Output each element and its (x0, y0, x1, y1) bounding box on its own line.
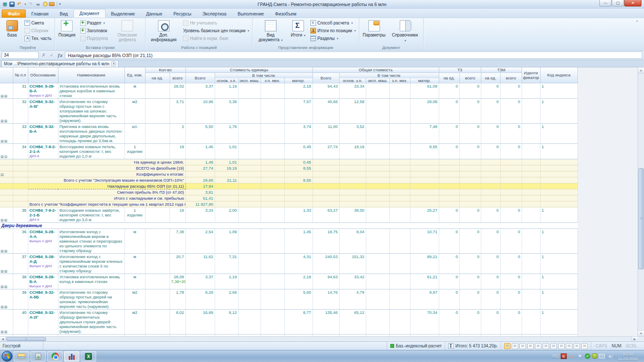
cell[interactable] (459, 165, 481, 171)
cell[interactable]: 3,37 (185, 274, 215, 289)
cell[interactable]: Установка изготовленных вновь дверных ко… (58, 83, 125, 98)
cell[interactable] (313, 201, 339, 207)
cell[interactable]: 2,00 (215, 207, 238, 222)
scroll-down-icon[interactable]: ▼ (638, 330, 644, 336)
cell[interactable]: 8,55 (284, 165, 313, 171)
cell[interactable]: ССН84_5-28-А-ДВыпуск V ДИЗ (28, 253, 58, 274)
cell[interactable]: 89,21 (410, 253, 439, 274)
cell[interactable] (313, 189, 339, 195)
cell[interactable] (238, 274, 261, 289)
cell[interactable]: 40,66 (313, 98, 339, 123)
cell[interactable]: 33,34 (339, 83, 366, 98)
cell[interactable] (366, 171, 389, 177)
cell[interactable] (261, 289, 284, 309)
cell[interactable]: 16,89 (185, 309, 215, 334)
cell[interactable] (313, 171, 339, 177)
goto-base-button[interactable]: База (2, 18, 22, 38)
close-button[interactable]: ✕ (624, 0, 641, 6)
view-mode-icon[interactable] (550, 343, 557, 349)
cell[interactable]: ⊞⊞ (0, 98, 13, 123)
cell[interactable] (145, 207, 170, 222)
cell[interactable] (261, 309, 284, 334)
cell[interactable] (366, 274, 389, 289)
cell[interactable]: 0 (500, 228, 522, 253)
parameters-button[interactable]: Параметры (361, 18, 388, 38)
chrome-taskbar-button[interactable] (47, 351, 63, 362)
cell[interactable] (284, 189, 313, 195)
cell[interactable]: 51,41 (185, 195, 215, 201)
cell[interactable] (366, 177, 389, 183)
cell[interactable]: ⊟ (0, 171, 13, 177)
cell[interactable] (261, 143, 284, 159)
cell[interactable] (410, 201, 439, 207)
cell[interactable] (145, 123, 170, 143)
cell[interactable]: 63,27 (313, 207, 339, 222)
collapse-ribbon-icon[interactable]: ^ (634, 19, 641, 25)
cell[interactable]: На единицу в ценах 1984г. (28, 159, 185, 165)
cell[interactable] (261, 201, 284, 207)
cell[interactable] (215, 195, 238, 201)
cell[interactable]: 1 (540, 289, 577, 309)
cell[interactable] (522, 165, 540, 171)
cell[interactable]: 32 (13, 98, 28, 123)
tab-view[interactable]: Вид (54, 10, 73, 18)
cell[interactable]: м2 (125, 98, 145, 123)
cell[interactable]: 3,71 (170, 98, 185, 123)
cell[interactable]: ССН84_5-32-А-5Б (28, 289, 58, 309)
cell[interactable]: ССН84_5-32-Б-А (28, 123, 58, 143)
cell[interactable]: м (125, 274, 145, 289)
cell[interactable]: 0 (439, 143, 459, 159)
cell[interactable] (389, 201, 410, 207)
cell[interactable] (339, 177, 366, 183)
cell[interactable]: 0 (439, 289, 459, 309)
view-mode-icon[interactable] (543, 343, 549, 349)
cell[interactable] (261, 253, 284, 274)
cell[interactable]: 0 (439, 123, 459, 143)
cell[interactable]: 0 (481, 83, 500, 98)
cell[interactable] (522, 201, 540, 207)
volume-icon[interactable]: ◄) (607, 353, 613, 359)
cell[interactable]: 0 (500, 143, 522, 159)
cell[interactable] (366, 143, 389, 159)
cell[interactable] (389, 123, 410, 143)
cell[interactable] (389, 195, 410, 201)
cell[interactable]: 0 (439, 98, 459, 123)
function-icon[interactable]: ƒx (57, 53, 63, 58)
cell[interactable]: 0 (439, 228, 459, 253)
cell[interactable] (339, 189, 366, 195)
cell[interactable]: 17,94 (185, 183, 215, 189)
cell[interactable] (389, 289, 410, 309)
cell[interactable] (410, 189, 439, 195)
start-button[interactable] (2, 351, 12, 362)
cell[interactable] (261, 123, 284, 143)
cell[interactable]: 94,63 (313, 274, 339, 289)
cell[interactable] (366, 289, 389, 309)
cell[interactable]: 0 (481, 309, 500, 334)
cell[interactable] (439, 201, 459, 207)
cell[interactable]: 0 (439, 253, 459, 274)
cell[interactable] (238, 289, 261, 309)
cell[interactable] (410, 177, 439, 183)
cell[interactable]: 240,53 (313, 253, 339, 274)
cell[interactable]: 3,74 (284, 123, 313, 143)
cell[interactable]: Пригонка и навеска вновь изготовленных д… (58, 123, 125, 143)
cell[interactable]: 1,46 (185, 159, 215, 165)
tab-document[interactable]: Документ (73, 9, 106, 18)
cell[interactable] (439, 159, 459, 165)
vertical-scroll-thumb[interactable] (638, 168, 644, 269)
cell[interactable] (410, 195, 439, 201)
cell[interactable] (145, 228, 170, 253)
view-mode-icon[interactable] (519, 343, 526, 349)
cell[interactable]: 20,7 (170, 253, 185, 274)
cell[interactable]: 0 (459, 207, 481, 222)
cell[interactable] (215, 201, 238, 207)
cell[interactable] (13, 189, 28, 195)
cell[interactable]: ССН84_5-28-А-АВыпуск V ДИЗ (28, 228, 58, 253)
cell[interactable]: 35 (13, 207, 28, 222)
cell[interactable]: Изготовление по старому образцу простых … (58, 289, 125, 309)
cell[interactable] (410, 183, 439, 189)
cell[interactable]: 1,45 (284, 228, 313, 253)
cell[interactable] (284, 183, 313, 189)
cell[interactable]: 11,00 (313, 123, 339, 143)
cell[interactable] (439, 177, 459, 183)
